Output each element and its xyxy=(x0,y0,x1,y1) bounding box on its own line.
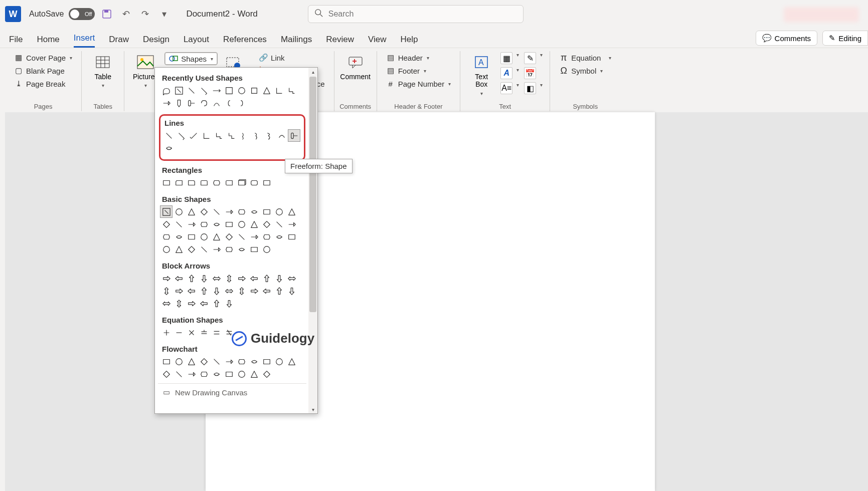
basic-shape-14[interactable] xyxy=(198,218,210,230)
arrow-shape-16[interactable] xyxy=(223,285,235,297)
arrow-shape-2[interactable] xyxy=(185,272,198,285)
arrow-shape-15[interactable] xyxy=(210,285,223,297)
drop-cap-button[interactable]: A≡ xyxy=(500,82,512,94)
rect-shape-4[interactable] xyxy=(210,176,223,189)
tab-view[interactable]: View xyxy=(368,35,387,48)
basic-shape-8[interactable] xyxy=(260,205,273,218)
arrow-shape-11[interactable] xyxy=(160,285,172,297)
flowchart-shape-4[interactable] xyxy=(210,355,223,368)
redo-icon[interactable]: ↷ xyxy=(138,7,152,21)
basic-shape-13[interactable] xyxy=(185,218,198,230)
arrow-shape-14[interactable] xyxy=(198,285,210,297)
recent-shape-11[interactable] xyxy=(160,97,172,109)
scroll-down-icon[interactable]: ▾ xyxy=(308,405,317,413)
flowchart-shape-0[interactable] xyxy=(160,355,172,368)
equation-shape-1[interactable] xyxy=(172,326,185,339)
basic-shape-40[interactable] xyxy=(248,243,260,256)
rect-shape-0[interactable] xyxy=(160,176,172,189)
arrow-shape-12[interactable] xyxy=(172,285,185,297)
flowchart-shape-9[interactable] xyxy=(273,355,285,368)
equation-button[interactable]: πEquation▾ xyxy=(557,52,613,63)
flowchart-shape-8[interactable] xyxy=(260,355,273,368)
recent-shape-16[interactable] xyxy=(223,97,235,109)
recent-shape-12[interactable] xyxy=(172,97,185,109)
arrow-shape-7[interactable] xyxy=(248,272,260,285)
recent-shape-10[interactable] xyxy=(285,84,298,97)
header-button[interactable]: ▤Header▾ xyxy=(384,52,453,63)
qat-customize-icon[interactable]: ▾ xyxy=(157,7,171,21)
tab-draw[interactable]: Draw xyxy=(109,35,129,48)
rect-shape-8[interactable] xyxy=(260,176,273,189)
editing-mode-button[interactable]: ✎ Editing xyxy=(822,31,868,46)
flowchart-shape-13[interactable] xyxy=(185,368,198,380)
account-area[interactable] xyxy=(784,7,859,22)
basic-shape-33[interactable] xyxy=(160,243,172,256)
basic-shape-37[interactable] xyxy=(210,243,223,256)
recent-shape-3[interactable] xyxy=(198,84,210,97)
blank-page-button[interactable]: ▢Blank Page xyxy=(12,65,74,76)
rect-shape-6[interactable] xyxy=(235,176,248,189)
basic-shape-34[interactable] xyxy=(172,243,185,256)
basic-shape-6[interactable] xyxy=(235,205,248,218)
basic-shape-19[interactable] xyxy=(260,218,273,230)
recent-shape-15[interactable] xyxy=(210,97,223,109)
basic-shape-28[interactable] xyxy=(235,230,248,243)
basic-shape-31[interactable] xyxy=(273,230,285,243)
flowchart-shape-19[interactable] xyxy=(260,368,273,380)
cover-page-button[interactable]: ▦Cover Page▾ xyxy=(12,52,74,63)
basic-shape-30[interactable] xyxy=(260,230,273,243)
flowchart-shape-14[interactable] xyxy=(198,368,210,380)
flowchart-shape-15[interactable] xyxy=(210,368,223,380)
symbol-button[interactable]: ΩSymbol▾ xyxy=(557,65,613,76)
arrow-shape-23[interactable] xyxy=(172,297,185,310)
line-shape-2[interactable] xyxy=(188,129,200,142)
arrow-shape-26[interactable] xyxy=(210,297,223,310)
basic-shape-22[interactable] xyxy=(160,230,172,243)
line-shape-10[interactable] xyxy=(288,129,300,142)
basic-shape-2[interactable] xyxy=(185,205,198,218)
basic-shape-5[interactable] xyxy=(223,205,235,218)
arrow-shape-9[interactable] xyxy=(273,272,285,285)
flowchart-shape-11[interactable] xyxy=(160,368,172,380)
flowchart-shape-6[interactable] xyxy=(235,355,248,368)
basic-shape-3[interactable] xyxy=(198,205,210,218)
new-drawing-canvas[interactable]: ▭New Drawing Canvas xyxy=(158,383,306,401)
scroll-thumb[interactable] xyxy=(309,77,316,312)
arrow-shape-0[interactable] xyxy=(160,272,172,285)
recent-shape-6[interactable] xyxy=(235,84,248,97)
basic-shape-23[interactable] xyxy=(172,230,185,243)
line-shape-11[interactable] xyxy=(162,142,175,154)
arrow-shape-4[interactable] xyxy=(210,272,223,285)
arrow-shape-25[interactable] xyxy=(198,297,210,310)
line-shape-6[interactable] xyxy=(238,129,250,142)
basic-shape-1[interactable] xyxy=(172,205,185,218)
basic-shape-21[interactable] xyxy=(285,218,298,230)
basic-shape-4[interactable] xyxy=(210,205,223,218)
basic-shape-0[interactable] xyxy=(160,205,172,218)
flowchart-shape-5[interactable] xyxy=(223,355,235,368)
rect-shape-7[interactable] xyxy=(248,176,260,189)
line-shape-1[interactable] xyxy=(175,129,188,142)
line-shape-3[interactable] xyxy=(200,129,213,142)
basic-shape-18[interactable] xyxy=(248,218,260,230)
equation-shape-4[interactable] xyxy=(210,326,223,339)
recent-shape-1[interactable] xyxy=(172,84,185,97)
tab-layout[interactable]: Layout xyxy=(184,35,209,48)
flowchart-shape-18[interactable] xyxy=(248,368,260,380)
arrow-shape-24[interactable] xyxy=(185,297,198,310)
date-time-button[interactable]: 📅 xyxy=(524,67,536,79)
recent-shape-8[interactable] xyxy=(260,84,273,97)
basic-shape-17[interactable] xyxy=(235,218,248,230)
line-shape-5[interactable] xyxy=(225,129,238,142)
line-shape-4[interactable] xyxy=(213,129,225,142)
search-box[interactable] xyxy=(308,5,524,23)
arrow-shape-19[interactable] xyxy=(260,285,273,297)
basic-shape-16[interactable] xyxy=(223,218,235,230)
quick-parts-button[interactable]: ▦ xyxy=(500,52,512,64)
arrow-shape-22[interactable] xyxy=(160,297,172,310)
basic-shape-10[interactable] xyxy=(285,205,298,218)
signature-line-button[interactable]: ✎ xyxy=(524,52,536,64)
page-number-button[interactable]: #Page Number▾ xyxy=(384,78,453,89)
basic-shape-38[interactable] xyxy=(223,243,235,256)
basic-shape-26[interactable] xyxy=(210,230,223,243)
